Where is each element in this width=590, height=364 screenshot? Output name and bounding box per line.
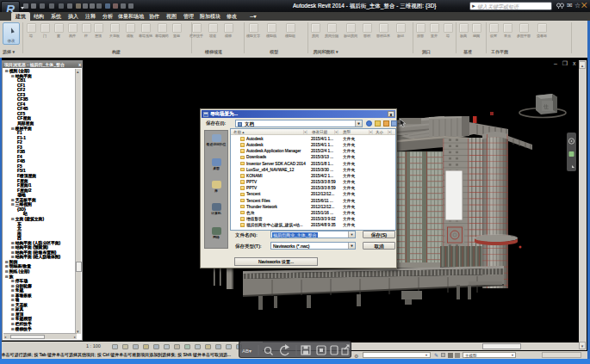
svg-text:佳: 佳 (543, 104, 549, 109)
